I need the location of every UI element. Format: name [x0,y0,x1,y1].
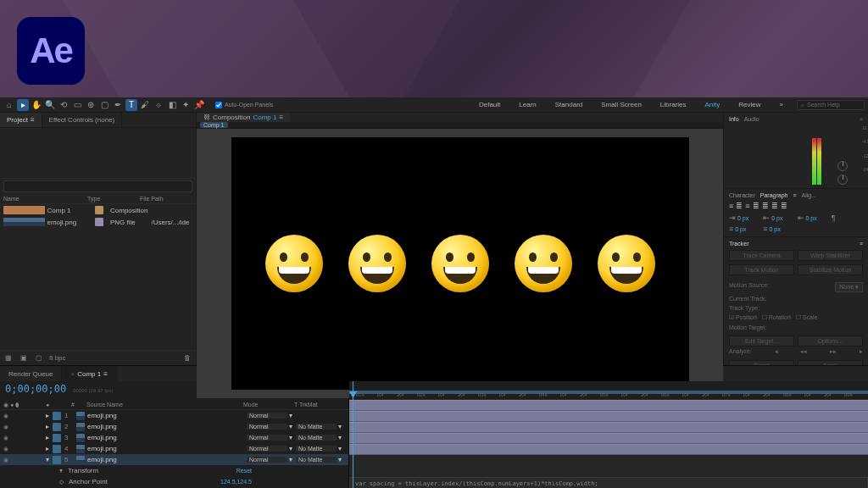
trkmat-dropdown[interactable]: No Matte [296,446,337,452]
selection-tool-icon[interactable]: ▸ [17,99,29,111]
shape-tool-icon[interactable]: ▢ [98,99,110,111]
project-tab[interactable]: Project ≡ [0,113,42,127]
solo-switch-icon[interactable] [20,413,27,419]
info-tab[interactable]: Info [729,116,739,122]
col-source-name[interactable]: Source Name [86,402,243,408]
roto-tool-icon[interactable]: ✦ [180,99,192,111]
layer-row-2[interactable]: ◉ ▸ 2 emoji.png Normal ▾ No Matte ▾ [0,421,348,432]
stopwatch-icon[interactable]: ◇ [59,479,66,485]
workspace-review[interactable]: Review [733,100,765,109]
puppet-tool-icon[interactable]: 📌 [193,99,205,111]
camera-tool-icon[interactable]: ▭ [71,99,83,111]
anchor-point-prop[interactable]: ◇ Anchor Point 124.5,124.5 [0,476,348,487]
emoji-layer-5[interactable] [598,235,655,292]
hand-tool-icon[interactable]: ✋ [31,99,42,111]
justify-last-center-icon[interactable]: ≣ [762,202,769,210]
new-comp-icon[interactable]: ▢ [34,353,44,363]
timeline-ruler[interactable]: 01s10f20f02s10f20f03s10f20f04s10f20f05s1… [349,381,868,400]
workspace-libraries[interactable]: Libraries [655,100,692,109]
col-path[interactable]: File Path [140,196,192,202]
emoji-layer-2[interactable] [348,235,406,292]
bpc-label[interactable]: 8 bpc [49,354,66,362]
justify-last-left-icon[interactable]: ≣ [753,202,760,210]
layer-label-swatch[interactable] [53,445,61,453]
transform-group[interactable]: ▾ Transform Reset [0,465,348,476]
analyze-back-1-icon[interactable]: ◂ [775,348,778,355]
comp-canvas[interactable] [231,137,689,390]
layer-row-1[interactable]: ◉ ▸ 1 emoji.png Normal ▾ [0,410,348,421]
justify-last-right-icon[interactable]: ≣ [771,202,778,210]
track-camera-button[interactable]: Track Camera [729,250,794,261]
motion-source-dropdown[interactable]: None ▾ [835,282,863,292]
project-item-comp1[interactable]: Comp 1 Composition [0,204,196,216]
video-switch-icon[interactable]: ◉ [3,446,10,452]
col-name[interactable]: Name [3,196,72,202]
space-after-val[interactable]: 0 px [770,226,781,232]
layer-bar-3[interactable] [349,422,868,433]
twirl-icon[interactable]: ▾ [46,456,53,463]
col-label[interactable] [72,196,88,202]
col-type[interactable]: Type [87,196,140,202]
scale-checkbox[interactable]: ☐ Scale [796,314,817,321]
layer-name[interactable]: emoji.png [87,456,247,463]
home-icon[interactable]: ⌂ [3,99,15,111]
indent-right-val[interactable]: 0 px [806,215,817,221]
expression-code[interactable]: var spacing = thisLayer.index/(thisComp.… [355,480,862,488]
blend-mode-dropdown[interactable]: Normal [247,457,287,463]
character-tab[interactable]: Character [729,192,755,198]
emoji-layer-1[interactable] [265,235,323,292]
align-right-icon[interactable]: ≡ [745,202,749,210]
space-before-val[interactable]: 0 px [735,226,746,232]
align-center-icon[interactable]: ≣ [736,202,743,210]
tracker-tab[interactable]: Tracker [729,241,748,247]
label-swatch[interactable] [95,206,103,214]
project-item-emoji[interactable]: emoji.png PNG file /Users/.../ide [0,216,196,228]
blend-mode-dropdown[interactable]: Normal [247,435,287,441]
layer-name[interactable]: emoji.png [87,412,247,419]
twirl-icon[interactable]: ▾ [59,467,68,474]
layer-bar-2[interactable] [349,411,868,422]
layer-name[interactable]: emoji.png [87,445,247,452]
blend-mode-dropdown[interactable]: Normal [247,413,287,419]
effect-controls-tab[interactable]: Effect Controls (none) [42,113,123,127]
ae-app-icon[interactable]: Ae [17,17,85,85]
video-switch-icon[interactable]: ◉ [3,435,10,441]
workspace-more-icon[interactable]: » [775,100,788,109]
search-help-input[interactable]: ⌕ Search Help [797,100,865,110]
align-tab[interactable]: Alig... [802,192,817,198]
rotation-checkbox[interactable]: ☐ Rotation [762,314,791,321]
layer-name[interactable]: emoji.png [87,423,247,430]
layer-row-4[interactable]: ◉ ▸ 4 emoji.png Normal ▾ No Matte ▾ [0,443,348,454]
panel-menu-icon[interactable]: ≡ [279,114,283,121]
panel-menu-icon[interactable]: ≡ [860,116,863,122]
panel-menu-icon[interactable]: ≡ [103,370,108,378]
layer-row-5[interactable]: ◉ ▾ 5 emoji.png Normal ▾ No Matte ▾ [0,454,348,465]
video-switch-icon[interactable]: ◉ [3,413,10,419]
options-button[interactable]: Options... [798,336,863,347]
brush-tool-icon[interactable]: 🖌 [139,99,151,111]
layer-label-swatch[interactable] [53,412,61,420]
emoji-layer-3[interactable] [431,235,489,292]
layer-bar-4[interactable] [349,433,868,444]
twirl-icon[interactable]: ▸ [46,423,53,430]
trkmat-dropdown[interactable]: No Matte [296,435,337,441]
zoom-tool-icon[interactable]: 🔍 [44,99,56,111]
workspace-standard[interactable]: Standard [550,100,587,109]
audio-tab[interactable]: Audio [744,116,760,122]
layer-label-swatch[interactable] [53,423,61,431]
analyze-fwd-icon[interactable]: ▸▸ [830,348,837,355]
new-folder-icon[interactable]: ▣ [19,353,29,363]
warp-stabilizer-button[interactable]: Warp Stabilizer [798,250,863,261]
auto-open-checkbox-input[interactable] [215,102,222,108]
trkmat-dropdown[interactable]: No Matte [296,424,337,430]
workspace-active[interactable]: Anity [700,100,726,109]
align-left-icon[interactable]: ≡ [729,202,733,210]
label-swatch[interactable] [95,218,103,226]
layer-bar-1[interactable] [349,400,868,411]
project-search-input[interactable] [3,180,192,192]
auto-open-panels-checkbox[interactable]: Auto-Open Panels [215,102,273,108]
timeline-graph-area[interactable]: 01s10f20f02s10f20f03s10f20f04s10f20f05s1… [349,381,868,488]
timeline-comp-tab[interactable]: × Comp 1 ≡ [62,366,116,381]
audio-knob-r[interactable] [837,175,848,185]
delete-icon[interactable]: 🗑 [182,353,192,363]
